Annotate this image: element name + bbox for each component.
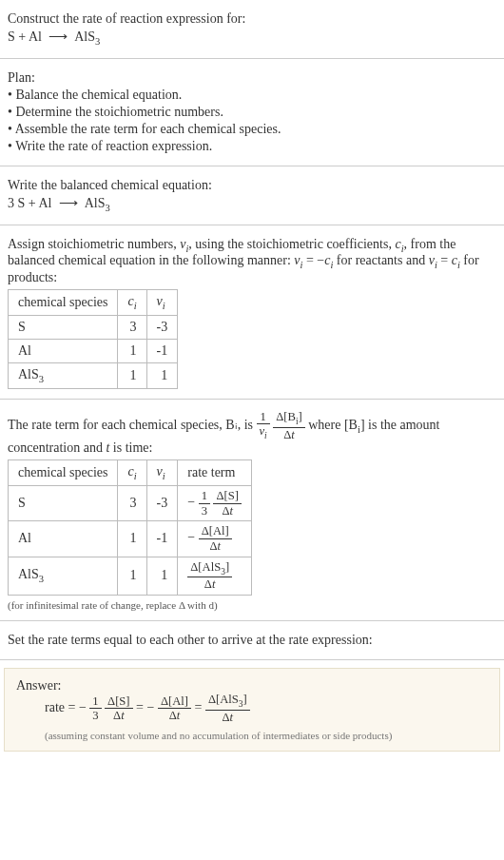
cell-c: 3 [118, 315, 146, 339]
delta-frac: Δ[Al]Δt [158, 695, 191, 722]
frac-den: νi [257, 424, 270, 440]
balanced-title: Write the balanced chemical equation: [8, 178, 496, 193]
col-species: chemical species [9, 460, 118, 486]
plan-title: Plan: [8, 70, 496, 86]
cell-species: AlS3 [9, 362, 118, 388]
answer-prefix: rate = [45, 700, 79, 714]
frac-num: Δ[S] [213, 490, 242, 504]
balanced-section: Write the balanced chemical equation: 3 … [0, 166, 504, 225]
cell-rateterm: − 13 Δ[S]Δt [178, 486, 252, 521]
rateterm-section: The rate term for each chemical species,… [0, 400, 504, 621]
table-header-row: chemical species ci νi [9, 290, 178, 316]
product-als3: AlS3 [85, 196, 110, 210]
coef-s: 3 [8, 196, 14, 210]
delta-frac: Δ[Al]Δt [199, 525, 232, 552]
frac-den: Δt [105, 709, 133, 722]
table-row: Al 1 -1 − Δ[Al]Δt [9, 521, 252, 557]
cell-species: S [9, 315, 118, 339]
frac-num: Δ[AlS3] [205, 694, 250, 711]
plan-item-text: Determine the stoichiometric numbers. [15, 105, 223, 119]
col-rateterm: rate term [178, 460, 252, 486]
answer-note: (assuming constant volume and no accumul… [45, 730, 488, 741]
table-row: AlS3 1 1 Δ[AlS3]Δt [9, 557, 252, 596]
delta-frac: Δ[AlS3]Δt [205, 694, 250, 724]
table-row: AlS3 1 1 [9, 362, 178, 388]
rateterm-intro-pre: The rate term for each chemical species,… [8, 418, 257, 432]
frac-num: 1 [89, 695, 101, 710]
delta-frac: Δ[AlS3]Δt [187, 561, 232, 592]
sign: − [187, 495, 195, 509]
balanced-equation: 3 S + Al ⟶ AlS3 [8, 195, 496, 213]
frac-den: Δt [158, 709, 191, 722]
rateterm-footnote: (for infinitesimal rate of change, repla… [8, 599, 496, 611]
cell-species: S [9, 486, 118, 521]
answer-expression: rate = − 13 Δ[S]Δt = − Δ[Al]Δt = Δ[AlS3]… [45, 694, 488, 724]
answer-label: Answer: [16, 678, 488, 694]
prompt-section: Construct the rate of reaction expressio… [0, 0, 504, 59]
prompt-text: Construct the rate of reaction expressio… [8, 11, 496, 27]
frac-den: Δt [187, 577, 232, 591]
reactant-s: S [8, 29, 15, 44]
stoich-table: chemical species ci νi S 3 -3 Al 1 -1 Al… [8, 289, 178, 389]
table-row: S 3 -3 − 13 Δ[S]Δt [9, 486, 252, 521]
sign: − [79, 700, 87, 714]
rateterm-table: chemical species ci νi rate term S 3 -3 … [8, 459, 252, 596]
cell-rateterm: − Δ[Al]Δt [178, 521, 252, 557]
sign: − [187, 531, 195, 545]
cell-v: -1 [146, 339, 178, 362]
reactant-s: S [18, 196, 26, 210]
col-v: νi [146, 290, 178, 316]
plan-item-text: Assemble the rate term for each chemical… [15, 122, 281, 136]
cell-rateterm: Δ[AlS3]Δt [178, 557, 252, 596]
final-section: Set the rate terms equal to each other t… [0, 621, 504, 660]
sign: − [146, 700, 154, 714]
frac-den: Δt [213, 504, 242, 518]
frac-num: Δ[Bi] [273, 411, 305, 428]
col-species: chemical species [9, 290, 118, 316]
frac-num: Δ[Al] [199, 525, 232, 539]
table-row: Al 1 -1 [9, 339, 178, 362]
arrow-icon: ⟶ [45, 29, 71, 45]
cell-c: 1 [118, 339, 146, 362]
frac-den: Δt [199, 539, 232, 553]
reactant-al: Al [29, 29, 42, 44]
col-c: ci [118, 460, 146, 486]
cell-c: 1 [118, 362, 146, 388]
frac-num: Δ[S] [105, 695, 133, 710]
frac-den: 3 [89, 709, 101, 722]
cell-c: 1 [118, 521, 146, 557]
plan-item: • Balance the chemical equation. [8, 88, 496, 103]
cell-species: Al [9, 339, 118, 362]
coef-frac: 13 [89, 695, 101, 722]
frac-num: 1 [257, 411, 270, 425]
cell-v: -3 [146, 486, 178, 521]
cell-v: 1 [146, 362, 178, 388]
frac-num: 1 [199, 490, 210, 504]
cell-c: 1 [118, 557, 146, 596]
answer-box: Answer: rate = − 13 Δ[S]Δt = − Δ[Al]Δt =… [4, 668, 500, 752]
cell-c: 3 [118, 486, 146, 521]
cell-v: -1 [146, 521, 178, 557]
cell-v: 1 [146, 557, 178, 596]
stoich-section: Assign stoichiometric numbers, νi, using… [0, 225, 504, 400]
stoich-intro: Assign stoichiometric numbers, νi, using… [8, 237, 496, 286]
frac-one-over-nu: 1νi [257, 411, 270, 441]
plan-item: • Assemble the rate term for each chemic… [8, 122, 496, 137]
cell-species: AlS3 [9, 557, 118, 596]
coef-frac: 13 [199, 490, 210, 517]
plan-item-text: Balance the chemical equation. [15, 88, 182, 102]
rateterm-intro: The rate term for each chemical species,… [8, 411, 496, 457]
unbalanced-equation: S + Al ⟶ AlS3 [8, 29, 496, 47]
delta-frac: Δ[S]Δt [213, 490, 242, 517]
frac-num: Δ[Al] [158, 695, 191, 710]
cell-v: -3 [146, 315, 178, 339]
product-als3: AlS3 [74, 29, 100, 44]
plan-item-text: Write the rate of reaction expression. [15, 139, 212, 153]
final-title: Set the rate terms equal to each other t… [8, 633, 496, 648]
col-v: νi [146, 460, 178, 486]
frac-num: Δ[AlS3] [187, 561, 232, 578]
table-header-row: chemical species ci νi rate term [9, 460, 252, 486]
plan-section: Plan: • Balance the chemical equation. •… [0, 59, 504, 166]
frac-den: Δt [205, 711, 250, 724]
cell-species: Al [9, 521, 118, 557]
